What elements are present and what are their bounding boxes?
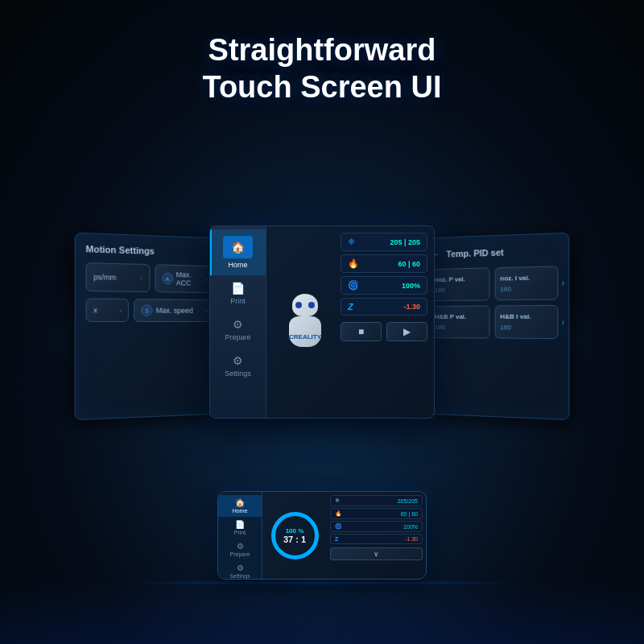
bed-temp-row: 🔥 60 | 60	[341, 254, 427, 273]
mini-z-row: Z -1.30	[330, 534, 423, 544]
pid-panel-header: ← Temp. PID set	[429, 244, 558, 261]
mini-info-panel: ❄ 205/205 🔥 60 | 60 🌀 100% Z -1.30 ∨	[327, 492, 426, 579]
title-line1: Straightforward	[208, 33, 436, 67]
robot-area: CREALITY	[273, 233, 337, 411]
mini-sidebar-print[interactable]: 📄 Print	[218, 517, 262, 539]
hb-p-label: H&B P val.	[435, 313, 484, 320]
arrow-icon-1: ›	[561, 278, 564, 287]
pid-grid: noz. P val. 180 noz. I val. 160 › H&B P …	[429, 266, 558, 339]
z-offset-value: -1.30	[403, 303, 420, 311]
robot-logo: CREALITY	[289, 333, 321, 341]
noz-i-val-button[interactable]: noz. I val. 160 ›	[494, 266, 558, 300]
mini-z-value: -1.30	[405, 536, 418, 542]
sidebar-settings-label: Settings	[225, 369, 251, 378]
control-buttons: ■ ▶	[341, 322, 427, 341]
motion-settings-title: Motion Settings	[86, 244, 215, 258]
hb-p-val-button[interactable]: H&B P val. 180	[429, 305, 489, 338]
hb-i-label: H&B I val.	[500, 312, 552, 320]
x-button[interactable]: x ›	[86, 298, 130, 322]
chevron-icon-2: ›	[206, 275, 208, 283]
noz-i-label: noz. I val.	[500, 274, 552, 283]
info-panel: ❄ 205 | 205 🔥 60 | 60 🌀 100% Z -1.30 ■	[337, 233, 427, 411]
progress-circle: 100 % 37 : 1	[269, 510, 321, 562]
max-acc-button[interactable]: A Max. ACC ›	[155, 264, 215, 293]
hb-i-val-button[interactable]: H&B I val. 160 ›	[494, 305, 558, 339]
nozzle-icon: ❄	[348, 237, 355, 247]
temp-pid-panel: ← Temp. PID set noz. P val. 180 noz. I v…	[419, 233, 569, 421]
sidebar-item-print[interactable]: 📄 Print	[210, 275, 266, 312]
main-content-area: CREALITY ❄ 205 | 205 🔥 60 | 60 🌀 100%	[266, 226, 434, 418]
mini-bed-icon: 🔥	[335, 510, 342, 517]
z-icon: Z	[348, 302, 353, 312]
progress-text: 100 % 37 : 1	[283, 527, 306, 544]
sidebar-prepare-label: Prepare	[225, 333, 250, 341]
mini-nozzle-row: ❄ 205/205	[330, 495, 423, 506]
mini-nozzle-icon: ❄	[335, 497, 340, 504]
mini-progress-area: 100 % 37 : 1	[262, 492, 327, 579]
sidebar-home-bg: 🏠	[223, 236, 253, 258]
robot-eyes	[294, 302, 316, 308]
robot-body: CREALITY	[289, 316, 321, 347]
sidebar-item-prepare[interactable]: ⚙ Prepare	[210, 312, 266, 348]
progress-percent: 100 %	[283, 527, 306, 535]
fan-icon: 🌀	[348, 280, 359, 291]
noz-i-value: 160	[500, 285, 552, 293]
noz-p-val-button[interactable]: noz. P val. 180	[429, 267, 489, 301]
mini-sidebar-settings[interactable]: ⚙ Settings	[218, 560, 262, 580]
main-sidebar: 🏠 Home 📄 Print ⚙ Prepare ⚙ Settings	[210, 226, 266, 418]
home-icon: 🏠	[231, 241, 245, 254]
robot-head	[292, 294, 318, 316]
main-title: Straightforward Touch Screen UI	[0, 32, 644, 105]
play-button[interactable]: ▶	[386, 322, 427, 341]
print-icon: 📄	[231, 282, 245, 295]
mini-down-button[interactable]: ∨	[330, 547, 423, 560]
bottom-glow	[0, 580, 644, 644]
mini-fan-icon: 🌀	[335, 523, 342, 530]
mini-settings-label: Settings	[229, 573, 250, 579]
mini-bed-row: 🔥 60 | 60	[330, 508, 423, 519]
mini-home-label: Home	[233, 508, 248, 514]
ps-mm-button[interactable]: ps/mm ›	[86, 262, 150, 292]
mini-prepare-icon: ⚙	[237, 542, 244, 551]
screens-container: Motion Settings ps/mm › A Max. ACC › x ›…	[0, 225, 644, 419]
settings-icon: ⚙	[233, 354, 243, 367]
sidebar-print-label: Print	[230, 297, 246, 305]
arrow-icon-2: ›	[561, 317, 564, 327]
chevron-icon: ›	[140, 275, 142, 282]
sidebar-item-home[interactable]: 🏠 Home	[210, 229, 266, 275]
title-section: Straightforward Touch Screen UI	[0, 32, 644, 105]
mini-sidebar: 🏠 Home 📄 Print ⚙ Prepare ⚙ Settings	[218, 492, 262, 579]
mini-sidebar-home[interactable]: 🏠 Home	[218, 495, 262, 517]
fan-speed-value: 100%	[402, 282, 420, 290]
bottom-mini-screen: 🏠 Home 📄 Print ⚙ Prepare ⚙ Settings 100 …	[217, 491, 427, 580]
stop-button[interactable]: ■	[341, 322, 382, 341]
robot-mascot: CREALITY	[283, 294, 328, 350]
title-line2: Touch Screen UI	[202, 70, 441, 104]
sidebar-home-label: Home	[228, 261, 247, 269]
mini-print-icon: 📄	[235, 520, 245, 529]
mini-fan-value: 100%	[403, 524, 418, 530]
mini-sidebar-prepare[interactable]: ⚙ Prepare	[218, 539, 262, 560]
noz-p-value: 180	[435, 286, 484, 294]
fan-speed-row: 🌀 100%	[341, 276, 427, 295]
mini-print-label: Print	[234, 530, 246, 535]
mini-z-icon: Z	[335, 536, 338, 542]
mini-prepare-label: Prepare	[230, 551, 250, 557]
mini-fan-row: 🌀 100%	[330, 521, 423, 532]
max-speed-button[interactable]: S Max. speed ›	[134, 299, 215, 322]
setting-row-1: ps/mm › A Max. ACC ›	[86, 262, 215, 293]
robot-eye-left	[295, 302, 302, 308]
hb-i-value: 160	[500, 324, 552, 332]
nozzle-temp-row: ❄ 205 | 205	[341, 233, 427, 251]
ps-mm-label: ps/mm	[93, 273, 116, 282]
chevron-icon-4: ›	[206, 307, 208, 314]
progress-time: 37 : 1	[283, 535, 306, 544]
chevron-icon-3: ›	[119, 307, 122, 314]
z-offset-row: Z -1.30	[341, 298, 427, 316]
bed-temp-value: 60 | 60	[398, 260, 420, 268]
sidebar-item-settings[interactable]: ⚙ Settings	[210, 348, 266, 384]
noz-p-label: noz. P val.	[435, 275, 484, 283]
max-acc-label: Max. ACC	[176, 270, 203, 287]
mini-bed-value: 60 | 60	[401, 511, 418, 517]
setting-row-2: x › S Max. speed ›	[86, 298, 215, 322]
